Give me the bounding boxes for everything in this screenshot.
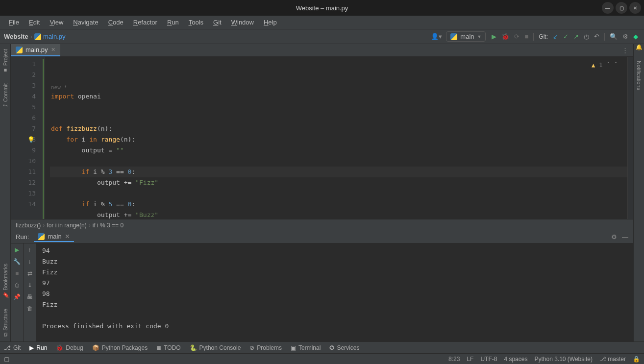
- menu-view[interactable]: View: [45, 17, 68, 28]
- print-icon[interactable]: 🖶: [25, 292, 34, 301]
- revert-icon[interactable]: ↶: [594, 33, 599, 40]
- git-push-icon[interactable]: ↗: [573, 33, 579, 40]
- stop-run-button[interactable]: ■: [13, 269, 22, 278]
- crumb[interactable]: fizzbuzz(): [16, 222, 41, 229]
- prev-highlight-icon[interactable]: ˆ: [607, 60, 610, 71]
- stop-button[interactable]: ■: [524, 33, 528, 40]
- debug-button[interactable]: 🐞: [501, 33, 509, 40]
- status-sdk[interactable]: Python 3.10 (Website): [534, 356, 593, 363]
- git-label: Git:: [539, 33, 548, 40]
- warning-count: 1: [599, 60, 602, 71]
- editor-tab[interactable]: main.py ✕: [11, 44, 60, 56]
- menu-refactor[interactable]: Refactor: [128, 17, 162, 28]
- run-button[interactable]: ▶: [492, 33, 496, 40]
- project-tool[interactable]: ■Project: [2, 49, 8, 73]
- commit-tool[interactable]: ⤴Commit: [2, 83, 8, 107]
- hide-panel-icon[interactable]: —: [622, 233, 628, 241]
- menu-edit[interactable]: Edit: [24, 17, 45, 28]
- search-icon[interactable]: 🔍: [610, 33, 618, 40]
- history-icon[interactable]: ◷: [584, 33, 589, 40]
- chevron-down-icon: ▼: [477, 34, 482, 39]
- code-line[interactable]: import openai: [50, 91, 627, 102]
- tool-python-console[interactable]: 🐍Python Console: [190, 344, 241, 351]
- soft-wrap-icon[interactable]: ⇄: [25, 269, 34, 278]
- code-line[interactable]: [50, 102, 627, 113]
- crumb[interactable]: if i % 3 == 0: [93, 222, 124, 229]
- close-tab-icon[interactable]: ✕: [51, 47, 55, 53]
- settings-icon[interactable]: ⚙: [622, 33, 628, 40]
- breadcrumb-project[interactable]: Website: [4, 33, 28, 40]
- menu-code[interactable]: Code: [103, 17, 128, 28]
- status-encoding[interactable]: UTF-8: [480, 356, 497, 363]
- tool-problems[interactable]: ⊘Problems: [249, 344, 282, 351]
- warning-icon[interactable]: ▲: [592, 60, 595, 71]
- tool-git[interactable]: ⎇Git: [4, 344, 21, 351]
- scroll-down-icon[interactable]: ↓: [25, 257, 34, 266]
- run-output[interactable]: 94 Buzz Fizz 97 98 Fizz Process finished…: [36, 243, 633, 341]
- pin-icon[interactable]: 📌: [13, 292, 22, 301]
- python-icon: [34, 33, 41, 40]
- code-line[interactable]: [50, 113, 627, 123]
- author-hint: new *: [50, 82, 67, 93]
- tool-services[interactable]: ✪Services: [329, 344, 359, 351]
- menu-navigate[interactable]: Navigate: [68, 17, 103, 28]
- code-line[interactable]: output = "": [50, 145, 627, 156]
- code-line[interactable]: if i % 5 == 0:: [50, 199, 627, 210]
- tool-wrench-icon[interactable]: 🔧: [13, 257, 22, 266]
- coverage-button[interactable]: ⟳: [514, 33, 520, 40]
- rerun-button[interactable]: ▶: [13, 245, 22, 254]
- scroll-up-icon[interactable]: ↑: [25, 245, 34, 254]
- notifications-icon[interactable]: 🔔: [636, 44, 643, 56]
- delete-icon[interactable]: 🗑: [25, 304, 34, 313]
- menu-window[interactable]: Window: [226, 17, 259, 28]
- close-run-tab-icon[interactable]: ✕: [65, 233, 70, 240]
- tool-todo[interactable]: ≣TODO: [156, 344, 180, 351]
- editor-scrollbar[interactable]: [627, 57, 633, 219]
- code-line[interactable]: output += "Fizz": [50, 177, 627, 188]
- show-tools-icon[interactable]: ▢: [4, 356, 9, 363]
- run-config-select[interactable]: main ▼: [446, 31, 486, 42]
- run-settings-icon[interactable]: ⚙: [611, 233, 617, 241]
- code-line[interactable]: def fizzbuzz(n):: [50, 123, 627, 134]
- tool-run[interactable]: ▶Run: [29, 344, 47, 351]
- status-line-sep[interactable]: LF: [467, 356, 473, 363]
- tool-python-packages[interactable]: 📦Python Packages: [92, 344, 148, 351]
- git-pull-icon[interactable]: ↙: [553, 33, 558, 40]
- dump-threads-icon[interactable]: ⎙: [13, 281, 22, 290]
- window-close[interactable]: ✕: [629, 2, 641, 14]
- git-commit-icon[interactable]: ✓: [563, 33, 569, 40]
- menu-git[interactable]: Git: [208, 17, 226, 28]
- status-indent[interactable]: 4 spaces: [504, 356, 527, 363]
- run-tab[interactable]: main ✕: [34, 232, 74, 242]
- window-maximize[interactable]: ▢: [616, 2, 627, 14]
- status-branch[interactable]: ⎇ master: [599, 356, 626, 363]
- code-line[interactable]: [50, 188, 627, 199]
- code-line[interactable]: if i % 3 == 0:: [50, 167, 627, 177]
- code-line[interactable]: output += "Buzz": [50, 210, 627, 219]
- python-icon: [450, 33, 457, 40]
- scroll-end-icon[interactable]: ⤓: [25, 281, 34, 290]
- menu-file[interactable]: File: [4, 17, 24, 28]
- intention-bulb-icon[interactable]: 💡: [27, 134, 35, 145]
- next-highlight-icon[interactable]: ˇ: [614, 60, 618, 71]
- tool-terminal[interactable]: ▣Terminal: [291, 344, 321, 351]
- tool-debug[interactable]: 🐞Debug: [56, 344, 83, 351]
- breadcrumb-file[interactable]: main.py: [34, 33, 66, 40]
- chevron-right-icon: ›: [30, 33, 32, 40]
- structure-tool[interactable]: ⧉Structure: [2, 309, 8, 337]
- status-position[interactable]: 8:23: [448, 356, 460, 363]
- notifications-tool[interactable]: Notifications: [636, 61, 642, 90]
- user-icon[interactable]: 👤▾: [431, 33, 442, 40]
- tab-more-icon[interactable]: ⋮: [617, 44, 633, 56]
- code-line[interactable]: for i in range(n):: [50, 134, 627, 145]
- menu-help[interactable]: Help: [259, 17, 282, 28]
- python-icon: [38, 233, 45, 240]
- menu-tools[interactable]: Tools: [184, 17, 208, 28]
- ide-logo-icon[interactable]: ◆: [633, 33, 638, 40]
- bookmarks-tool[interactable]: 🔖Bookmarks: [2, 264, 8, 299]
- window-minimize[interactable]: —: [602, 2, 614, 14]
- code-line[interactable]: [50, 156, 627, 167]
- lock-icon[interactable]: 🔒: [633, 356, 640, 363]
- menu-run[interactable]: Run: [162, 17, 184, 28]
- crumb[interactable]: for i in range(n): [47, 222, 86, 229]
